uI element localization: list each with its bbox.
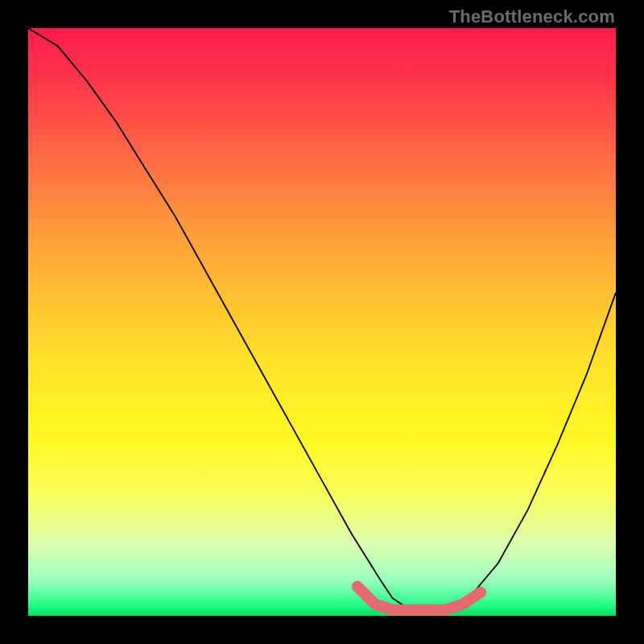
bottleneck-curve [28,28,616,610]
chart-container: TheBottleneck.com [0,0,644,644]
curve-svg [28,28,616,616]
watermark-text: TheBottleneck.com [449,6,615,27]
plot-area [28,28,616,616]
optimal-region-highlight [357,587,481,610]
